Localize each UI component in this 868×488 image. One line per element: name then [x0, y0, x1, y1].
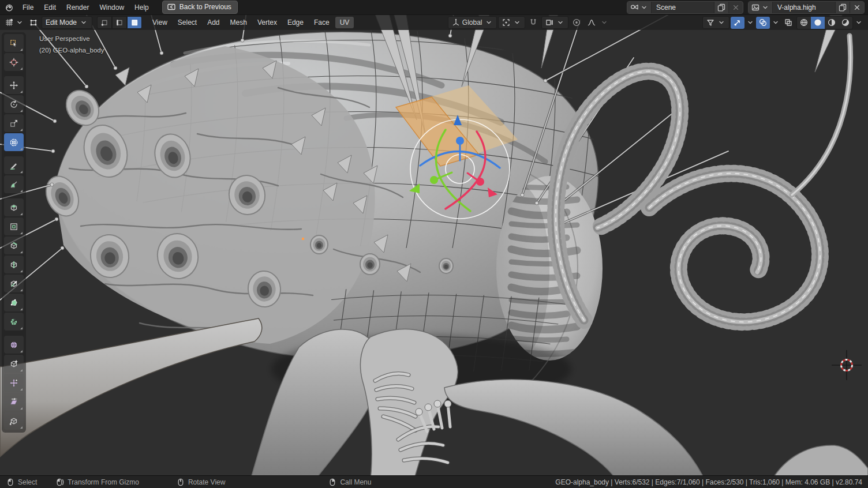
tool-extrude-region[interactable]	[4, 198, 24, 216]
edge-select-button[interactable]	[112, 16, 127, 29]
tool-shrink-fatten[interactable]	[4, 374, 24, 392]
hint-call-menu: Call Menu	[328, 478, 371, 487]
chevron-down-icon[interactable]	[771, 18, 780, 27]
annotate-icon	[9, 161, 18, 170]
tool-knife[interactable]	[4, 275, 24, 292]
chevron-down-icon	[484, 18, 493, 27]
face-select-button[interactable]	[127, 16, 142, 29]
orientation-dropdown[interactable]: Global	[448, 16, 497, 29]
tool-poly-build[interactable]	[4, 294, 24, 311]
tool-rip-region[interactable]	[4, 412, 24, 430]
menu-edge[interactable]: Edge	[283, 17, 308, 28]
wireframe-shading-icon	[799, 18, 809, 27]
menu-window[interactable]: Window	[94, 2, 129, 13]
back-screen-icon	[167, 2, 176, 12]
orientation-label: Global	[462, 18, 482, 27]
tool-scale[interactable]	[4, 114, 24, 132]
tool-bevel[interactable]	[4, 237, 24, 254]
hint-label: Transform From Gizmo	[68, 478, 139, 486]
tool-shear[interactable]	[4, 393, 24, 411]
tool-rotate[interactable]	[4, 95, 24, 113]
menu-edit[interactable]: Edit	[39, 2, 61, 13]
tool-spin[interactable]	[4, 313, 24, 331]
chevron-down-icon[interactable]	[15, 18, 24, 27]
tool-loop-cut[interactable]	[4, 256, 24, 273]
tool-annotate[interactable]	[4, 156, 24, 174]
tool-inset-faces[interactable]	[4, 217, 24, 235]
poly-build-icon	[9, 298, 18, 307]
chevron-down-icon[interactable]	[854, 18, 863, 27]
menu-add[interactable]: Add	[203, 17, 224, 28]
gizmo-icon	[733, 18, 742, 27]
scene-browse-button[interactable]	[627, 2, 652, 13]
shading-material-button[interactable]	[825, 17, 839, 29]
proportional-edit-icon	[572, 18, 581, 27]
scene-new-button[interactable]	[714, 2, 728, 13]
scene-selector[interactable]: Scene	[627, 1, 743, 14]
xray-icon	[784, 18, 793, 27]
menu-view[interactable]: View	[148, 17, 172, 28]
scene-statistics: GEO-alpha_body | Verts:6/532 | Edges:7/1…	[555, 478, 862, 486]
shading-rendered-button[interactable]	[839, 17, 852, 29]
menu-face[interactable]: Face	[309, 17, 334, 28]
editor-type-icon[interactable]	[5, 18, 14, 27]
mode-dropdown[interactable]: Edit Mode	[42, 16, 92, 29]
mouse-right-icon	[328, 478, 337, 487]
back-to-previous-button[interactable]: Back to Previous	[162, 1, 238, 14]
duplicate-icon	[717, 3, 726, 12]
edit-mode-icon[interactable]	[29, 18, 38, 27]
tool-measure[interactable]	[4, 175, 24, 193]
viewport-overlay-text: User Perspective (20) GEO-alpha_body	[39, 33, 104, 56]
view-layer-name[interactable]: V-alpha.high	[773, 3, 835, 12]
cursor-icon	[9, 58, 18, 67]
chevron-down-icon	[79, 18, 88, 27]
proportional-edit-button[interactable]	[570, 17, 583, 29]
rendered-shading-icon	[841, 18, 850, 27]
chevron-down-icon[interactable]	[746, 18, 755, 27]
tool-transform[interactable]	[4, 133, 24, 151]
toggle-xray-button[interactable]	[781, 17, 795, 29]
blender-logo-icon[interactable]	[5, 3, 14, 12]
scene-name[interactable]: Scene	[652, 3, 714, 12]
view-layer-new-button[interactable]	[835, 2, 850, 13]
tool-move[interactable]	[4, 76, 24, 94]
selected-vertex[interactable]	[302, 238, 304, 240]
tool-select-box[interactable]	[4, 34, 24, 52]
snap-target-icon	[545, 18, 554, 27]
snap-target-dropdown[interactable]	[541, 16, 568, 29]
bevel-icon	[9, 241, 18, 250]
tool-cursor[interactable]	[4, 53, 24, 71]
shading-solid-button[interactable]	[811, 17, 825, 29]
blender-window: File Edit Render Window Help Back to Pre…	[0, 0, 868, 488]
menu-render[interactable]: Render	[61, 2, 94, 13]
view-layer-browse-button[interactable]	[749, 2, 773, 13]
show-gizmo-button[interactable]	[731, 17, 744, 29]
show-overlays-button[interactable]	[756, 17, 770, 29]
pivot-dropdown[interactable]	[498, 16, 525, 29]
close-icon	[852, 3, 862, 12]
menu-select[interactable]: Select	[173, 17, 201, 28]
falloff-dropdown[interactable]	[585, 17, 598, 29]
chevron-down-icon	[639, 3, 649, 12]
shading-mode-buttons	[796, 16, 853, 29]
topbar: File Edit Render Window Help Back to Pre…	[0, 0, 868, 15]
menu-vertex[interactable]: Vertex	[253, 17, 282, 28]
extrude-region-icon	[9, 203, 18, 212]
tool-edge-slide[interactable]	[4, 355, 24, 373]
view-layer-selector[interactable]: V-alpha.high	[748, 1, 865, 14]
menu-file[interactable]: File	[17, 2, 39, 13]
menu-help[interactable]: Help	[129, 2, 154, 13]
chevron-down-icon	[600, 18, 609, 27]
menu-uv[interactable]: UV	[335, 17, 354, 28]
menu-mesh[interactable]: Mesh	[226, 17, 252, 28]
transform-icon	[9, 138, 18, 147]
filter-dropdown[interactable]	[702, 16, 729, 29]
magnet-icon	[529, 18, 538, 27]
view-layer-remove-button[interactable]	[850, 2, 864, 13]
loop-cut-icon	[9, 260, 18, 269]
tool-smooth[interactable]	[4, 336, 24, 354]
viewport-3d[interactable]	[0, 0, 868, 488]
snap-toggle-button[interactable]	[526, 17, 540, 29]
vertex-select-button[interactable]	[97, 16, 112, 29]
shading-wireframe-button[interactable]	[797, 17, 811, 29]
